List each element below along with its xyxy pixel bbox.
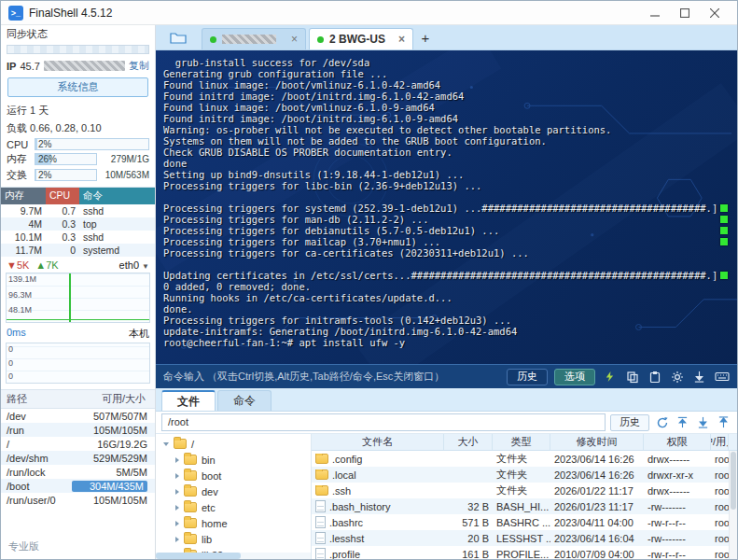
disk-path: /run/user/0 — [1, 493, 70, 507]
close-tab-icon[interactable]: × — [291, 35, 298, 44]
disk-table: 路径 可用/大小 /dev507M/507M/run105M/105M/16G/… — [1, 389, 155, 507]
file-row[interactable]: .config文件夹2023/06/14 16:26drwx------root… — [312, 451, 729, 467]
process-row[interactable]: 11.7M0systemd — [1, 244, 155, 257]
close-tab-icon[interactable]: × — [398, 35, 405, 44]
new-tab-button[interactable]: + — [416, 30, 435, 46]
tree-item[interactable]: lib — [156, 531, 311, 547]
system-info-button[interactable]: 系统信息 — [7, 77, 148, 97]
memory-label: 内存 — [7, 152, 31, 166]
cpu-label: CPU — [7, 139, 31, 150]
tree-item[interactable]: boot — [156, 468, 311, 483]
file-table-body: .config文件夹2023/06/14 16:26drwx------root… — [312, 451, 737, 559]
interface-selector[interactable]: eth0 ▼ — [119, 259, 149, 271]
scrollbar-thumb[interactable] — [156, 553, 241, 559]
disk-row[interactable]: /run/lock5M/5M — [1, 465, 155, 479]
column-header-type[interactable]: 类型 — [493, 434, 550, 450]
disk-row[interactable]: /run105M/105M — [1, 423, 155, 437]
upload-icon[interactable] — [716, 414, 731, 430]
process-header-cpu: CPU — [46, 188, 79, 204]
parent-directory-icon[interactable] — [675, 414, 690, 430]
expander-icon[interactable] — [175, 473, 179, 479]
expander-icon[interactable] — [175, 457, 179, 463]
ping-target: 本机 — [129, 327, 149, 341]
tab-commands[interactable]: 命令 — [217, 390, 272, 411]
file-row[interactable]: .bashrc571 BBASHRC ...2023/04/11 04:00-r… — [312, 514, 729, 530]
disk-table-header: 路径 可用/大小 — [1, 390, 155, 409]
file-row[interactable]: .ssh文件夹2026/01/22 11:17drwx------root/ro… — [312, 483, 729, 498]
file-row[interactable]: .lesshst20 BLESSHST ...2023/06/14 16:04-… — [312, 530, 729, 546]
disk-row[interactable]: /16G/19.2G — [1, 437, 155, 451]
minimize-button[interactable] — [640, 3, 670, 23]
column-header-permissions[interactable]: 权限 — [644, 434, 711, 450]
connection-manager-button[interactable] — [165, 27, 191, 48]
tree-item-root[interactable]: / — [156, 436, 311, 452]
memory-metric: 内存 26% 279M/1G — [1, 151, 155, 167]
typed-command: apt install ufw -y — [299, 337, 405, 348]
command-input-bar: 命令输入 （双击Ctrl切换,Alt历史,Tab路径/命令,Esc关闭窗口） 历… — [156, 364, 737, 388]
expander-icon[interactable] — [175, 521, 179, 526]
process-row[interactable]: 9.7M0.7sshd — [1, 204, 155, 217]
column-header-owner[interactable]: 用户/用户组 — [711, 434, 729, 450]
maximize-button[interactable] — [670, 3, 700, 23]
file-owner-cell: root/root — [711, 517, 729, 528]
file-row[interactable]: .profile161 BPROFILE...2010/07/09 04:00-… — [312, 546, 729, 559]
close-button[interactable] — [700, 3, 730, 23]
file-perm-cell: -rw------- — [644, 501, 711, 512]
file-type-cell: 文件夹 — [493, 452, 550, 466]
expander-icon[interactable] — [175, 537, 179, 542]
tree-item[interactable]: home — [156, 515, 311, 531]
file-row[interactable]: .bash_history32 BBASH_HI...2026/01/23 11… — [312, 498, 729, 514]
path-history-button[interactable]: 历史 — [610, 414, 649, 431]
terminal-line: Check GRUB_DISABLE_OS_PROBER documentati… — [163, 147, 730, 158]
download-rate: ▼5K — [7, 259, 29, 271]
expander-icon[interactable] — [175, 489, 179, 495]
chevron-down-icon: ▼ — [142, 262, 149, 271]
scrollbar-thumb[interactable] — [731, 452, 736, 510]
path-input[interactable]: /root — [161, 413, 606, 431]
command-history-button[interactable]: 历史 — [507, 369, 548, 385]
download-icon[interactable] — [691, 369, 707, 385]
download-icon[interactable] — [695, 414, 711, 430]
column-header-mtime[interactable]: 修改时间 — [550, 434, 644, 450]
refresh-icon[interactable] — [654, 414, 670, 430]
progress-block-indicator — [720, 238, 728, 245]
memory-usage-bar: 26% — [35, 153, 97, 165]
expander-icon[interactable] — [163, 442, 169, 446]
keyboard-icon[interactable] — [714, 369, 730, 385]
file-row[interactable]: .local文件夹2023/06/14 16:26drwxr-xr-xroot/… — [312, 467, 729, 483]
column-header-size[interactable]: 大小 — [444, 434, 493, 450]
expander-icon[interactable] — [175, 505, 179, 511]
copy-ip-button[interactable]: 复制 — [129, 59, 149, 73]
folder-icon — [184, 534, 197, 544]
command-options-button[interactable]: 选项 — [554, 369, 595, 385]
tree-item[interactable]: dev — [156, 483, 311, 499]
command-input[interactable]: 命令输入 （双击Ctrl切换,Alt历史,Tab路径/命令,Esc关闭窗口） — [163, 370, 500, 384]
file-list-scrollbar[interactable] — [729, 451, 737, 559]
tab-files[interactable]: 文件 — [161, 390, 216, 411]
lightning-icon[interactable] — [602, 369, 618, 385]
disk-row[interactable]: /run/user/0105M/105M — [1, 493, 155, 507]
disk-path: /dev — [1, 409, 70, 423]
terminal-line: 0 added, 0 removed; done. — [163, 281, 730, 292]
process-row[interactable]: 4M0.3top — [1, 217, 155, 231]
tree-item[interactable]: bin — [156, 452, 311, 468]
process-cell: sshd — [79, 231, 155, 244]
terminal-line: done — [163, 158, 730, 169]
copy-icon[interactable] — [624, 369, 640, 385]
settings-gear-icon[interactable] — [669, 369, 685, 385]
tab-session-1[interactable]: × — [202, 28, 306, 49]
tab-session-2-bwg-us[interactable]: 2 BWG-US × — [309, 28, 413, 49]
disk-row[interactable]: /dev507M/507M — [1, 409, 155, 423]
swap-usage-bar: 2% — [35, 169, 97, 181]
process-row[interactable]: 10.1M0.3sshd — [1, 231, 155, 244]
file-type-cell: BASH_HI... — [493, 501, 550, 512]
file-mtime-cell: 2026/01/22 11:17 — [550, 485, 644, 497]
tree-horizontal-scrollbar[interactable] — [156, 553, 311, 559]
paste-icon[interactable] — [647, 369, 662, 385]
bottom-tab-bar: 文件 命令 — [156, 388, 737, 412]
terminal-pane[interactable]: grub-install success for /dev/sdaGenerat… — [156, 50, 737, 364]
disk-row[interactable]: /dev/shm529M/529M — [1, 451, 155, 465]
disk-row[interactable]: /boot304M/435M — [1, 479, 155, 493]
column-header-filename[interactable]: 文件名 — [312, 434, 444, 450]
tree-item[interactable]: etc — [156, 499, 311, 515]
